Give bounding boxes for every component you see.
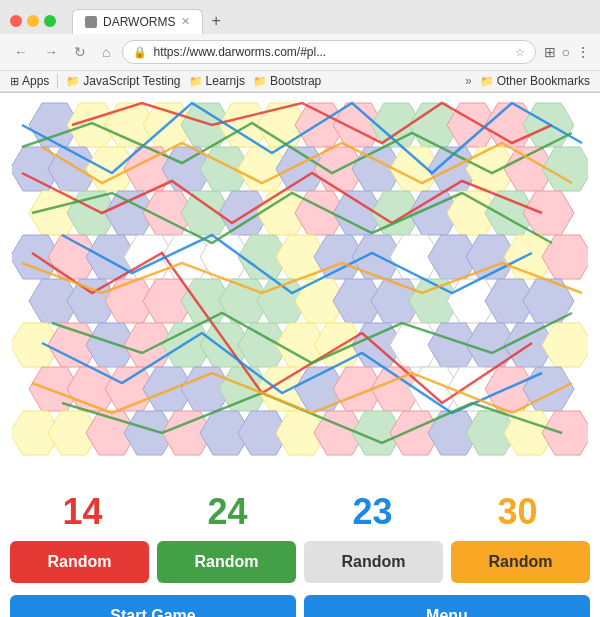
bookmark-other-label: Other Bookmarks — [497, 74, 590, 88]
bookmark-bootstrap[interactable]: 📁 Bootstrap — [253, 74, 321, 88]
folder-icon: 📁 — [66, 75, 80, 88]
forward-button[interactable]: → — [40, 42, 62, 62]
start-game-button[interactable]: Start Game — [10, 595, 296, 617]
apps-icon: ⊞ — [10, 75, 19, 88]
action-buttons-row: Start Game Menu — [0, 589, 600, 617]
home-button[interactable]: ⌂ — [98, 42, 114, 62]
bookmarks-bar: ⊞ Apps 📁 JavaScript Testing 📁 Learnjs 📁 … — [0, 71, 600, 92]
score-red: 14 — [62, 491, 102, 533]
score-blue: 23 — [352, 491, 392, 533]
tab-title: DARWORMS — [103, 15, 175, 29]
score-gold: 30 — [497, 491, 537, 533]
random-button-blue[interactable]: Random — [304, 541, 443, 583]
scores-row: 14 24 23 30 — [0, 483, 600, 541]
close-button[interactable] — [10, 15, 22, 27]
bookmark-apps-label: Apps — [22, 74, 49, 88]
folder-icon-2: 📁 — [189, 75, 203, 88]
menu-button[interactable]: Menu — [304, 595, 590, 617]
score-green: 24 — [207, 491, 247, 533]
hex-canvas — [12, 93, 588, 483]
active-tab[interactable]: DARWORMS ✕ — [72, 9, 203, 34]
lock-icon: 🔒 — [133, 46, 147, 59]
random-buttons-row: Random Random Random Random — [0, 541, 600, 589]
bookmark-overflow[interactable]: » — [465, 74, 472, 88]
profile-button[interactable]: ○ — [562, 44, 570, 60]
address-bar[interactable]: 🔒 https://www.darworms.com/#pl... ☆ — [122, 40, 535, 64]
tab-favicon — [85, 16, 97, 28]
folder-icon-3: 📁 — [253, 75, 267, 88]
game-area: 14 24 23 30 Random Random Random Random … — [0, 93, 600, 617]
star-icon[interactable]: ☆ — [515, 46, 525, 59]
nav-actions: ⊞ ○ ⋮ — [544, 44, 590, 60]
random-button-red[interactable]: Random — [10, 541, 149, 583]
refresh-button[interactable]: ↻ — [70, 42, 90, 62]
minimize-button[interactable] — [27, 15, 39, 27]
tab-bar: DARWORMS ✕ + — [64, 8, 590, 34]
url-text: https://www.darworms.com/#pl... — [153, 45, 508, 59]
bookmark-js-label: JavaScript Testing — [83, 74, 180, 88]
nav-bar: ← → ↻ ⌂ 🔒 https://www.darworms.com/#pl..… — [0, 34, 600, 71]
random-button-green[interactable]: Random — [157, 541, 296, 583]
bookmark-bootstrap-label: Bootstrap — [270, 74, 321, 88]
title-bar: DARWORMS ✕ + — [0, 0, 600, 34]
back-button[interactable]: ← — [10, 42, 32, 62]
bookmark-learnjs[interactable]: 📁 Learnjs — [189, 74, 245, 88]
browser-chrome: DARWORMS ✕ + ← → ↻ ⌂ 🔒 https://www.darwo… — [0, 0, 600, 93]
folder-icon-4: 📁 — [480, 75, 494, 88]
maximize-button[interactable] — [44, 15, 56, 27]
bookmark-learnjs-label: Learnjs — [206, 74, 245, 88]
bookmark-apps[interactable]: ⊞ Apps — [10, 74, 49, 88]
tab-close-icon[interactable]: ✕ — [181, 15, 190, 28]
more-button[interactable]: ⋮ — [576, 44, 590, 60]
bookmark-other[interactable]: 📁 Other Bookmarks — [480, 74, 590, 88]
traffic-lights — [10, 15, 56, 27]
bookmark-js-testing[interactable]: 📁 JavaScript Testing — [66, 74, 180, 88]
separator — [57, 74, 58, 88]
new-tab-button[interactable]: + — [203, 8, 228, 34]
extensions-button[interactable]: ⊞ — [544, 44, 556, 60]
game-board — [12, 93, 588, 483]
random-button-gold[interactable]: Random — [451, 541, 590, 583]
